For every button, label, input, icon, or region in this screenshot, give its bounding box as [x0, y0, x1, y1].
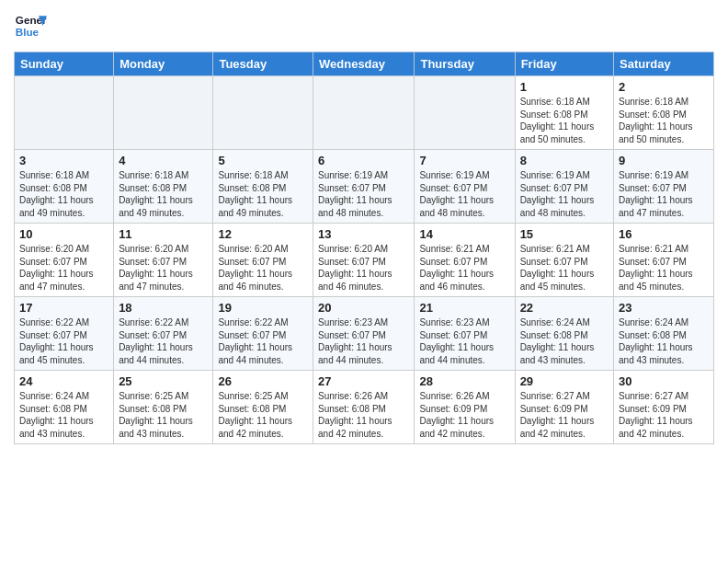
day-number: 13 — [318, 227, 409, 241]
day-info: Sunrise: 6:22 AM Sunset: 6:07 PM Dayligh… — [218, 316, 308, 366]
day-info: Sunrise: 6:18 AM Sunset: 6:08 PM Dayligh… — [119, 169, 208, 219]
day-info: Sunrise: 6:27 AM Sunset: 6:09 PM Dayligh… — [520, 390, 609, 440]
week-row-4: 24Sunrise: 6:24 AM Sunset: 6:08 PM Dayli… — [15, 371, 714, 444]
week-row-2: 10Sunrise: 6:20 AM Sunset: 6:07 PM Dayli… — [15, 224, 714, 297]
week-row-1: 3Sunrise: 6:18 AM Sunset: 6:08 PM Daylig… — [15, 150, 714, 224]
day-number: 14 — [419, 227, 509, 241]
calendar-cell: 10Sunrise: 6:20 AM Sunset: 6:07 PM Dayli… — [15, 224, 114, 297]
calendar-cell: 5Sunrise: 6:18 AM Sunset: 6:08 PM Daylig… — [213, 150, 313, 224]
day-number: 11 — [119, 227, 208, 241]
day-number: 19 — [218, 301, 308, 315]
day-info: Sunrise: 6:24 AM Sunset: 6:08 PM Dayligh… — [520, 316, 609, 366]
svg-text:Blue: Blue — [16, 26, 40, 38]
day-info: Sunrise: 6:18 AM Sunset: 6:08 PM Dayligh… — [19, 169, 108, 219]
calendar-cell: 21Sunrise: 6:23 AM Sunset: 6:07 PM Dayli… — [415, 297, 515, 371]
day-number: 15 — [520, 227, 609, 241]
calendar-cell: 24Sunrise: 6:24 AM Sunset: 6:08 PM Dayli… — [15, 371, 114, 444]
day-number: 21 — [419, 301, 509, 315]
calendar-table: SundayMondayTuesdayWednesdayThursdayFrid… — [14, 52, 714, 444]
day-number: 29 — [520, 374, 609, 388]
calendar-cell: 7Sunrise: 6:19 AM Sunset: 6:07 PM Daylig… — [415, 150, 515, 224]
day-number: 6 — [318, 154, 409, 167]
weekday-sunday: Sunday — [15, 52, 114, 76]
day-info: Sunrise: 6:26 AM Sunset: 6:08 PM Dayligh… — [318, 390, 409, 440]
day-number: 2 — [619, 80, 709, 94]
calendar-cell: 26Sunrise: 6:25 AM Sunset: 6:08 PM Dayli… — [213, 371, 313, 444]
day-number: 5 — [218, 154, 308, 167]
day-number: 16 — [619, 227, 709, 241]
calendar-cell: 15Sunrise: 6:21 AM Sunset: 6:07 PM Dayli… — [515, 224, 613, 297]
calendar-cell: 23Sunrise: 6:24 AM Sunset: 6:08 PM Dayli… — [614, 297, 714, 371]
calendar-cell: 4Sunrise: 6:18 AM Sunset: 6:08 PM Daylig… — [114, 150, 213, 224]
day-number: 10 — [19, 227, 108, 241]
calendar-cell: 29Sunrise: 6:27 AM Sunset: 6:09 PM Dayli… — [515, 371, 613, 444]
calendar-cell — [415, 76, 515, 150]
day-info: Sunrise: 6:18 AM Sunset: 6:08 PM Dayligh… — [520, 96, 609, 145]
calendar-cell: 1Sunrise: 6:18 AM Sunset: 6:08 PM Daylig… — [515, 76, 613, 150]
day-number: 30 — [619, 374, 709, 388]
day-info: Sunrise: 6:19 AM Sunset: 6:07 PM Dayligh… — [318, 169, 409, 219]
weekday-wednesday: Wednesday — [313, 52, 415, 76]
day-info: Sunrise: 6:21 AM Sunset: 6:07 PM Dayligh… — [520, 243, 609, 293]
day-info: Sunrise: 6:20 AM Sunset: 6:07 PM Dayligh… — [119, 243, 208, 293]
weekday-saturday: Saturday — [614, 52, 714, 76]
day-number: 9 — [619, 154, 709, 167]
calendar-cell: 27Sunrise: 6:26 AM Sunset: 6:08 PM Dayli… — [313, 371, 415, 444]
day-number: 27 — [318, 374, 409, 388]
day-number: 17 — [19, 301, 108, 315]
day-number: 22 — [520, 301, 609, 315]
day-info: Sunrise: 6:18 AM Sunset: 6:08 PM Dayligh… — [218, 169, 308, 219]
day-number: 23 — [619, 301, 709, 315]
calendar-cell: 6Sunrise: 6:19 AM Sunset: 6:07 PM Daylig… — [313, 150, 415, 224]
weekday-header-row: SundayMondayTuesdayWednesdayThursdayFrid… — [15, 52, 714, 76]
calendar-cell — [213, 76, 313, 150]
day-number: 1 — [520, 80, 609, 94]
day-info: Sunrise: 6:25 AM Sunset: 6:08 PM Dayligh… — [218, 390, 308, 440]
day-info: Sunrise: 6:24 AM Sunset: 6:08 PM Dayligh… — [619, 316, 709, 366]
calendar-cell: 20Sunrise: 6:23 AM Sunset: 6:07 PM Dayli… — [313, 297, 415, 371]
calendar-cell — [313, 76, 415, 150]
calendar-cell: 13Sunrise: 6:20 AM Sunset: 6:07 PM Dayli… — [313, 224, 415, 297]
calendar-cell: 12Sunrise: 6:20 AM Sunset: 6:07 PM Dayli… — [213, 224, 313, 297]
calendar-cell — [15, 76, 114, 150]
day-info: Sunrise: 6:19 AM Sunset: 6:07 PM Dayligh… — [419, 169, 509, 219]
weekday-thursday: Thursday — [415, 52, 515, 76]
calendar-cell: 18Sunrise: 6:22 AM Sunset: 6:07 PM Dayli… — [114, 297, 213, 371]
day-info: Sunrise: 6:21 AM Sunset: 6:07 PM Dayligh… — [419, 243, 509, 293]
day-info: Sunrise: 6:26 AM Sunset: 6:09 PM Dayligh… — [419, 390, 509, 440]
calendar-cell: 17Sunrise: 6:22 AM Sunset: 6:07 PM Dayli… — [15, 297, 114, 371]
logo-icon: General Blue — [14, 9, 47, 42]
calendar-cell: 11Sunrise: 6:20 AM Sunset: 6:07 PM Dayli… — [114, 224, 213, 297]
header: General Blue — [14, 9, 714, 42]
day-info: Sunrise: 6:23 AM Sunset: 6:07 PM Dayligh… — [318, 316, 409, 366]
week-row-3: 17Sunrise: 6:22 AM Sunset: 6:07 PM Dayli… — [15, 297, 714, 371]
day-info: Sunrise: 6:20 AM Sunset: 6:07 PM Dayligh… — [218, 243, 308, 293]
day-info: Sunrise: 6:22 AM Sunset: 6:07 PM Dayligh… — [119, 316, 208, 366]
day-number: 20 — [318, 301, 409, 315]
day-info: Sunrise: 6:18 AM Sunset: 6:08 PM Dayligh… — [619, 96, 709, 145]
day-info: Sunrise: 6:20 AM Sunset: 6:07 PM Dayligh… — [19, 243, 108, 293]
day-info: Sunrise: 6:19 AM Sunset: 6:07 PM Dayligh… — [520, 169, 609, 219]
calendar-cell: 14Sunrise: 6:21 AM Sunset: 6:07 PM Dayli… — [415, 224, 515, 297]
weekday-tuesday: Tuesday — [213, 52, 313, 76]
day-number: 28 — [419, 374, 509, 388]
calendar-cell: 9Sunrise: 6:19 AM Sunset: 6:07 PM Daylig… — [614, 150, 714, 224]
day-info: Sunrise: 6:19 AM Sunset: 6:07 PM Dayligh… — [619, 169, 709, 219]
day-info: Sunrise: 6:22 AM Sunset: 6:07 PM Dayligh… — [19, 316, 108, 366]
weekday-friday: Friday — [515, 52, 613, 76]
calendar-cell: 19Sunrise: 6:22 AM Sunset: 6:07 PM Dayli… — [213, 297, 313, 371]
day-number: 25 — [119, 374, 208, 388]
day-number: 4 — [119, 154, 208, 167]
day-number: 18 — [119, 301, 208, 315]
calendar-cell: 3Sunrise: 6:18 AM Sunset: 6:08 PM Daylig… — [15, 150, 114, 224]
day-number: 24 — [19, 374, 108, 388]
page: General Blue SundayMondayTuesdayWednesda… — [0, 0, 728, 454]
day-info: Sunrise: 6:21 AM Sunset: 6:07 PM Dayligh… — [619, 243, 709, 293]
calendar-cell: 25Sunrise: 6:25 AM Sunset: 6:08 PM Dayli… — [114, 371, 213, 444]
day-info: Sunrise: 6:20 AM Sunset: 6:07 PM Dayligh… — [318, 243, 409, 293]
day-number: 12 — [218, 227, 308, 241]
day-info: Sunrise: 6:23 AM Sunset: 6:07 PM Dayligh… — [419, 316, 509, 366]
day-number: 7 — [419, 154, 509, 167]
calendar-cell: 30Sunrise: 6:27 AM Sunset: 6:09 PM Dayli… — [614, 371, 714, 444]
day-number: 26 — [218, 374, 308, 388]
